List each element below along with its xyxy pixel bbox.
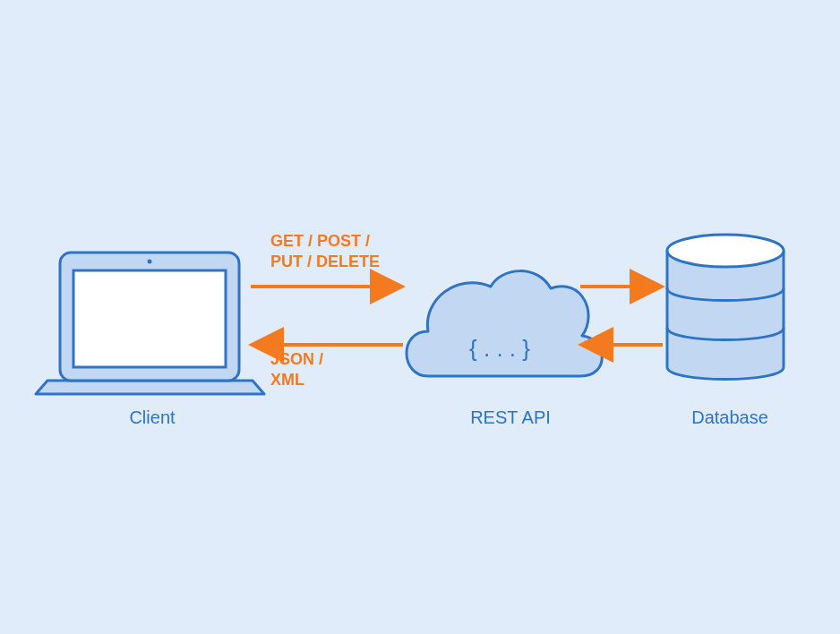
response-line1: JSON /: [270, 349, 323, 370]
request-methods-label: GET / POST / PUT / DELETE: [270, 231, 380, 273]
svg-point-4: [667, 235, 784, 267]
laptop-icon: [36, 253, 264, 394]
cloud-braces-text: { . . . }: [469, 335, 530, 362]
svg-rect-2: [73, 270, 226, 367]
response-line2: XML: [270, 370, 323, 390]
cloud-icon: { . . . }: [407, 271, 602, 376]
api-label: REST API: [457, 407, 564, 428]
architecture-diagram: { . . . }: [0, 0, 840, 634]
database-icon: [667, 235, 784, 380]
response-formats-label: JSON / XML: [270, 349, 323, 391]
request-line1: GET / POST /: [270, 231, 380, 252]
database-label: Database: [681, 407, 779, 428]
svg-point-3: [148, 260, 152, 264]
request-line2: PUT / DELETE: [270, 252, 380, 272]
client-label: Client: [107, 407, 197, 428]
